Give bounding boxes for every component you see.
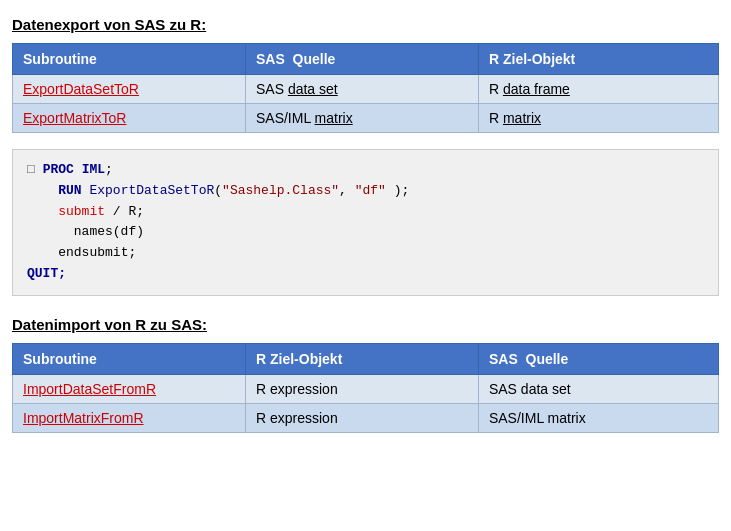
export-row1-source: SAS data set <box>245 75 478 104</box>
import-title: Datenimport von R zu SAS: <box>12 316 719 333</box>
code-line-3: submit / R; <box>27 202 704 223</box>
code-keyword-submit: submit <box>58 204 105 219</box>
code-paren-open: ( <box>214 183 222 198</box>
export-link-2[interactable]: ExportMatrixToR <box>23 110 126 126</box>
import-row2-target: R expression <box>245 403 478 432</box>
code-line-2: RUN ExportDataSetToR("Sashelp.Class", "d… <box>27 181 704 202</box>
export-col-source: SAS Quelle <box>245 44 478 75</box>
code-semicolon: ; <box>105 162 113 177</box>
code-comma: , <box>339 183 355 198</box>
import-link-1[interactable]: ImportDataSetFromR <box>23 381 156 397</box>
import-row2-subroutine: ImportMatrixFromR <box>13 403 246 432</box>
import-link-2[interactable]: ImportMatrixFromR <box>23 410 144 426</box>
code-str-1: "Sashelp.Class" <box>222 183 339 198</box>
import-col-source: SAS Quelle <box>478 343 718 374</box>
export-col-target: R Ziel-Objekt <box>478 44 718 75</box>
export-link-1[interactable]: ExportDataSetToR <box>23 81 139 97</box>
import-row2-source: SAS/IML matrix <box>478 403 718 432</box>
export-row2-source: SAS/IML matrix <box>245 104 478 133</box>
code-keyword-run: RUN <box>58 183 81 198</box>
import-row1-subroutine: ImportDataSetFromR <box>13 374 246 403</box>
import-row1-source: SAS data set <box>478 374 718 403</box>
code-str-2: "df" <box>355 183 386 198</box>
import-row1-target: R expression <box>245 374 478 403</box>
export-row2-subroutine: ExportMatrixToR <box>13 104 246 133</box>
import-table: Subroutine R Ziel-Objekt SAS Quelle Impo… <box>12 343 719 433</box>
code-line-4: names(df) <box>27 222 704 243</box>
code-keyword-iml: IML <box>82 162 105 177</box>
code-fn-export: ExportDataSetToR <box>89 183 214 198</box>
import-section: Datenimport von R zu SAS: Subroutine R Z… <box>12 316 719 433</box>
code-submit-rest: / R; <box>105 204 144 219</box>
code-names-df: names(df) <box>74 224 144 239</box>
table-row: ImportDataSetFromR R expression SAS data… <box>13 374 719 403</box>
code-line-6: QUIT; <box>27 264 704 285</box>
code-keyword-proc: PROC <box>43 162 74 177</box>
code-block: □ PROC IML; RUN ExportDataSetToR("Sashel… <box>12 149 719 296</box>
table-row: ExportDataSetToR SAS data set R data fra… <box>13 75 719 104</box>
import-col-subroutine: Subroutine <box>13 343 246 374</box>
export-row1-subroutine: ExportDataSetToR <box>13 75 246 104</box>
export-row1-target: R data frame <box>478 75 718 104</box>
export-title: Datenexport von SAS zu R: <box>12 16 719 33</box>
code-line-5: endsubmit; <box>27 243 704 264</box>
import-col-target: R Ziel-Objekt <box>245 343 478 374</box>
code-paren-close: ); <box>386 183 409 198</box>
table-row: ImportMatrixFromR R expression SAS/IML m… <box>13 403 719 432</box>
export-table: Subroutine SAS Quelle R Ziel-Objekt Expo… <box>12 43 719 133</box>
code-line-1: □ PROC IML; <box>27 160 704 181</box>
export-row2-target: R matrix <box>478 104 718 133</box>
code-keyword-quit: QUIT; <box>27 266 66 281</box>
export-col-subroutine: Subroutine <box>13 44 246 75</box>
minus-icon: □ <box>27 162 35 177</box>
table-row: ExportMatrixToR SAS/IML matrix R matrix <box>13 104 719 133</box>
code-endsubmit: endsubmit; <box>58 245 136 260</box>
export-section: Datenexport von SAS zu R: Subroutine SAS… <box>12 16 719 296</box>
